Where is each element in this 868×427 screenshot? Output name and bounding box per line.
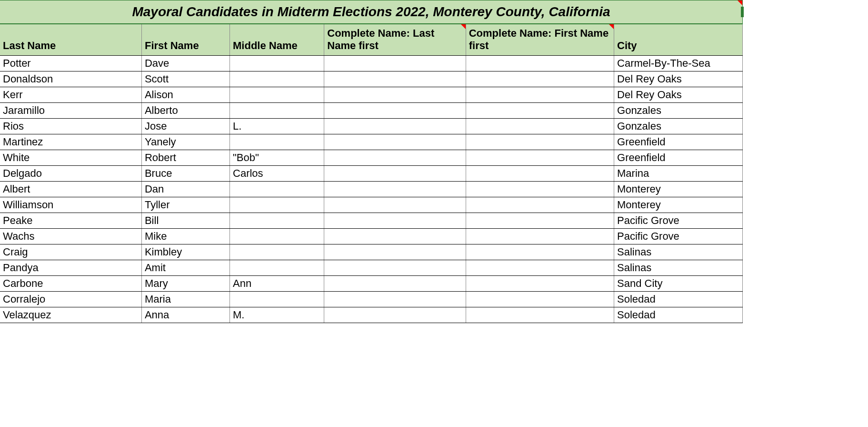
cell-middle-name[interactable] <box>230 55 324 71</box>
cell-first-name[interactable]: Jose <box>141 118 229 134</box>
cell-middle-name[interactable]: Ann <box>230 275 324 291</box>
cell-middle-name[interactable] <box>230 181 324 197</box>
cell-complete-last-first[interactable] <box>324 87 466 102</box>
cell-complete-last-first[interactable] <box>324 71 466 87</box>
comment-indicator-icon[interactable] <box>461 24 466 29</box>
cell-complete-first-first[interactable] <box>466 244 614 260</box>
cell-last-name[interactable]: Corralejo <box>0 291 141 307</box>
cell-first-name[interactable]: Kimbley <box>141 244 229 260</box>
cell-complete-last-first[interactable] <box>324 55 466 71</box>
header-complete-first-first[interactable]: Complete Name: First Name first <box>466 24 614 55</box>
cell-last-name[interactable]: Wachs <box>0 228 141 244</box>
cell-complete-first-first[interactable] <box>466 87 614 102</box>
cell-last-name[interactable]: Martinez <box>0 134 141 150</box>
cell-complete-last-first[interactable] <box>324 291 466 307</box>
cell-complete-last-first[interactable] <box>324 181 466 197</box>
cell-complete-first-first[interactable] <box>466 71 614 87</box>
cell-first-name[interactable]: Yanely <box>141 134 229 150</box>
cell-complete-first-first[interactable] <box>466 102 614 118</box>
cell-city[interactable]: Marina <box>614 165 743 181</box>
cell-city[interactable]: Gonzales <box>614 118 743 134</box>
cell-complete-first-first[interactable] <box>466 260 614 275</box>
cell-complete-last-first[interactable] <box>324 102 466 118</box>
cell-city[interactable]: Del Rey Oaks <box>614 71 743 87</box>
cell-middle-name[interactable]: "Bob" <box>230 150 324 165</box>
header-complete-last-first[interactable]: Complete Name: Last Name first <box>324 24 466 55</box>
cell-complete-last-first[interactable] <box>324 165 466 181</box>
cell-complete-last-first[interactable] <box>324 213 466 228</box>
cell-middle-name[interactable] <box>230 260 324 275</box>
cell-city[interactable]: Salinas <box>614 244 743 260</box>
cell-complete-last-first[interactable] <box>324 260 466 275</box>
cell-last-name[interactable]: Craig <box>0 244 141 260</box>
cell-city[interactable]: Soledad <box>614 291 743 307</box>
cell-first-name[interactable]: Scott <box>141 71 229 87</box>
cell-city[interactable]: Monterey <box>614 181 743 197</box>
cell-first-name[interactable]: Tyller <box>141 197 229 213</box>
cell-first-name[interactable]: Anna <box>141 307 229 323</box>
cell-city[interactable]: Gonzales <box>614 102 743 118</box>
cell-city[interactable]: Del Rey Oaks <box>614 87 743 102</box>
cell-city[interactable]: Greenfield <box>614 134 743 150</box>
cell-middle-name[interactable] <box>230 102 324 118</box>
cell-city[interactable]: Salinas <box>614 260 743 275</box>
cell-city[interactable]: Pacific Grove <box>614 213 743 228</box>
cell-first-name[interactable]: Mary <box>141 275 229 291</box>
cell-first-name[interactable]: Bill <box>141 213 229 228</box>
cell-last-name[interactable]: Jaramillo <box>0 102 141 118</box>
cell-last-name[interactable]: Carbone <box>0 275 141 291</box>
header-first-name[interactable]: First Name <box>141 24 229 55</box>
cell-middle-name[interactable] <box>230 87 324 102</box>
cell-first-name[interactable]: Maria <box>141 291 229 307</box>
cell-first-name[interactable]: Dave <box>141 55 229 71</box>
cell-complete-last-first[interactable] <box>324 134 466 150</box>
cell-complete-last-first[interactable] <box>324 307 466 323</box>
cell-complete-first-first[interactable] <box>466 150 614 165</box>
cell-complete-last-first[interactable] <box>324 228 466 244</box>
cell-middle-name[interactable] <box>230 228 324 244</box>
cell-last-name[interactable]: Delgado <box>0 165 141 181</box>
cell-last-name[interactable]: Rios <box>0 118 141 134</box>
cell-last-name[interactable]: Donaldson <box>0 71 141 87</box>
cell-last-name[interactable]: White <box>0 150 141 165</box>
cell-complete-first-first[interactable] <box>466 228 614 244</box>
cell-complete-first-first[interactable] <box>466 291 614 307</box>
cell-middle-name[interactable]: M. <box>230 307 324 323</box>
cell-complete-first-first[interactable] <box>466 118 614 134</box>
cell-complete-first-first[interactable] <box>466 55 614 71</box>
cell-complete-first-first[interactable] <box>466 307 614 323</box>
cell-first-name[interactable]: Alison <box>141 87 229 102</box>
cell-complete-last-first[interactable] <box>324 118 466 134</box>
header-middle-name[interactable]: Middle Name <box>230 24 324 55</box>
cell-city[interactable]: Greenfield <box>614 150 743 165</box>
cell-first-name[interactable]: Dan <box>141 181 229 197</box>
header-last-name[interactable]: Last Name <box>0 24 141 55</box>
cell-complete-first-first[interactable] <box>466 134 614 150</box>
cell-middle-name[interactable] <box>230 71 324 87</box>
cell-last-name[interactable]: Albert <box>0 181 141 197</box>
cell-city[interactable]: Soledad <box>614 307 743 323</box>
cell-middle-name[interactable] <box>230 291 324 307</box>
cell-middle-name[interactable] <box>230 134 324 150</box>
cell-last-name[interactable]: Velazquez <box>0 307 141 323</box>
cell-complete-first-first[interactable] <box>466 213 614 228</box>
cell-first-name[interactable]: Alberto <box>141 102 229 118</box>
cell-middle-name[interactable]: Carlos <box>230 165 324 181</box>
cell-complete-first-first[interactable] <box>466 165 614 181</box>
cell-middle-name[interactable]: L. <box>230 118 324 134</box>
cell-complete-last-first[interactable] <box>324 197 466 213</box>
cell-city[interactable]: Carmel-By-The-Sea <box>614 55 743 71</box>
spreadsheet-table[interactable]: Mayoral Candidates in Midterm Elections … <box>0 0 743 323</box>
cell-city[interactable]: Pacific Grove <box>614 228 743 244</box>
cell-last-name[interactable]: Peake <box>0 213 141 228</box>
cell-complete-last-first[interactable] <box>324 275 466 291</box>
cell-complete-last-first[interactable] <box>324 244 466 260</box>
cell-middle-name[interactable] <box>230 197 324 213</box>
cell-last-name[interactable]: Potter <box>0 55 141 71</box>
cell-city[interactable]: Sand City <box>614 275 743 291</box>
cell-selection-handle-icon[interactable] <box>741 7 744 17</box>
cell-last-name[interactable]: Williamson <box>0 197 141 213</box>
cell-complete-last-first[interactable] <box>324 150 466 165</box>
cell-complete-first-first[interactable] <box>466 275 614 291</box>
cell-last-name[interactable]: Pandya <box>0 260 141 275</box>
